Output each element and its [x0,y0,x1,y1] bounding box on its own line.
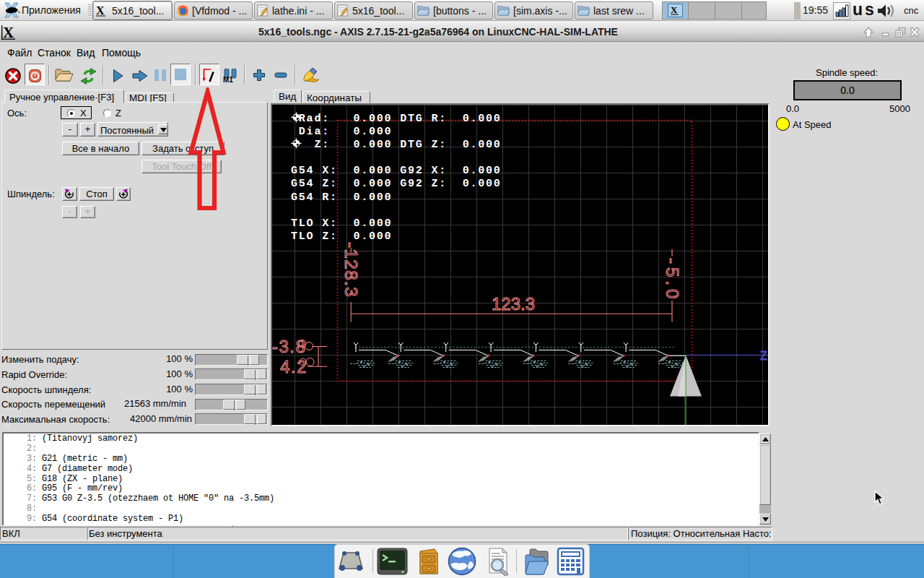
svg-text:-5.0: -5.0 [663,258,682,302]
svg-text:X: X [671,5,678,15]
svg-text:-3.8: -3.8 [272,337,306,356]
svg-text:Z: Z [760,350,767,362]
svg-text:X: X [96,5,105,17]
svg-text:4.2: 4.2 [280,357,308,376]
svg-text:-128.3: -128.3 [341,242,361,298]
svg-text:123.3: 123.3 [492,294,535,314]
svg-text:M1: M1 [223,76,233,82]
